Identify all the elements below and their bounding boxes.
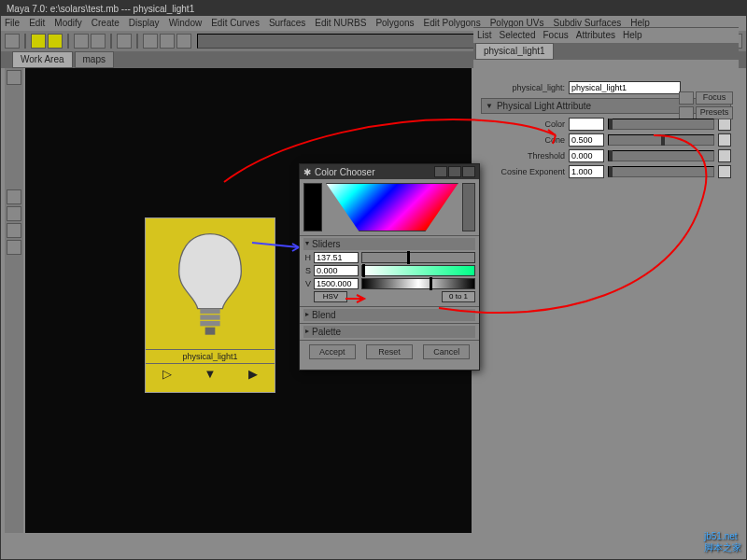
tool-c-icon[interactable] [7,223,21,238]
attr-slider[interactable] [608,134,714,146]
slider-value-field[interactable] [314,265,359,276]
unlink-icon[interactable] [91,34,106,49]
attr-side-buttons: Focus Presets [679,91,733,119]
slider-bar[interactable] [361,278,475,289]
menu-edit[interactable]: Edit [29,18,45,29]
link-icon[interactable] [74,34,89,49]
collapse-arrow-icon: ▾ [305,239,309,249]
slider-row-h: H [303,252,475,263]
menu-display[interactable]: Display [129,18,160,29]
focus-button[interactable]: Focus [696,91,733,105]
color-range-select[interactable]: 0 to 1 [442,291,475,302]
color-swatch[interactable] [569,118,604,131]
stop-icon[interactable]: ▼ [204,367,217,381]
attr-tabs: physical_light1 [473,43,739,60]
connection-icon[interactable] [718,165,731,178]
attr-tab[interactable]: physical_light1 [475,43,554,60]
color-chooser-dialog[interactable]: ✱ Color Chooser ▾Sliders HSV HSV 0 to 1 … [299,163,480,371]
attr-label: Cosine Exponent [481,167,565,176]
sliders-header[interactable]: ▾Sliders [303,238,475,250]
tool-select-icon[interactable] [5,34,20,49]
left-toolbar [5,68,23,533]
blend-label: Blend [312,310,336,320]
menu-create[interactable]: Create [92,18,120,29]
attr-rows: ColorConeThresholdCosine Exponent [481,118,731,178]
attr-menu-list[interactable]: List [477,30,492,41]
watermark-line1: jb51.net [704,531,741,541]
tool-a-icon[interactable] [7,189,21,204]
input-icon[interactable] [143,34,158,49]
output-icon[interactable] [160,34,175,49]
spectrum-scrollbar[interactable] [462,183,475,231]
connection-icon[interactable] [718,149,731,162]
current-color-swatch[interactable] [303,183,322,231]
tab-maps[interactable]: maps [75,51,114,68]
tool-d-icon[interactable] [7,240,21,255]
menu-edit-polygons[interactable]: Edit Polygons [424,18,481,29]
node-name-field[interactable] [569,81,681,94]
move-tool-icon[interactable] [7,70,21,85]
color-spectrum[interactable] [326,183,458,231]
presets-button[interactable]: Presets [696,106,733,119]
cancel-button[interactable]: Cancel [423,344,470,359]
slider-value-field[interactable] [314,278,359,289]
tool-b-icon[interactable] [7,206,21,221]
menu-surfaces[interactable]: Surfaces [269,18,305,29]
attr-value-field[interactable] [569,165,604,178]
menu-window[interactable]: Window [169,18,203,29]
goto-output-icon[interactable] [679,106,694,119]
menu-polygons[interactable]: Polygons [375,18,414,29]
attr-slider[interactable] [608,166,714,177]
play-forward-icon[interactable]: ▶ [248,367,258,381]
connect-icon[interactable] [176,34,191,49]
connection-icon[interactable] [718,118,731,131]
slider-bar[interactable] [361,252,475,263]
blend-section[interactable]: ▸Blend [300,306,479,323]
section-title: Physical Light Attribute [497,101,591,111]
attr-menu-focus[interactable]: Focus [543,30,568,41]
tab-work-area[interactable]: Work Area [12,51,73,68]
slider-value-field[interactable] [314,252,359,263]
reset-button[interactable]: Reset [366,344,413,359]
slider-label: S [303,266,311,275]
container-icon[interactable] [117,34,132,49]
attribute-editor: ListSelectedFocusAttributesHelp physical… [473,27,739,533]
attr-slider[interactable] [608,119,714,130]
attr-menubar: ListSelectedFocusAttributesHelp [473,28,739,43]
connection-icon[interactable] [718,133,731,147]
main-titlebar[interactable]: Maya 7.0: e:\solars\test.mb --- physical… [1,1,746,16]
collapse-arrow-icon: ▸ [305,327,309,337]
svg-rect-0 [200,309,219,314]
light-node-controls: ▷ ▼ ▶ [146,363,275,384]
app-title: Maya 7.0: e:\solars\test.mb --- physical… [7,4,194,14]
close-icon[interactable] [462,166,475,177]
menu-edit-curves[interactable]: Edit Curves [211,18,260,29]
menu-modify[interactable]: Modify [54,18,81,29]
attr-row-color: Color [481,118,731,131]
arrow-left-icon[interactable] [31,34,46,49]
goto-input-icon[interactable] [679,91,694,105]
watermark-line2: 脚本之家 [704,541,741,554]
palette-section[interactable]: ▸Palette [300,323,479,340]
menu-file[interactable]: File [5,18,20,29]
slider-bar[interactable] [361,265,475,276]
attr-menu-help[interactable]: Help [623,30,642,41]
attr-value-field[interactable] [569,149,604,162]
light-node-card[interactable]: physical_light1 ▷ ▼ ▶ [145,217,275,393]
play-back-icon[interactable]: ▷ [162,367,172,381]
menu-edit-nurbs[interactable]: Edit NURBS [315,18,366,29]
attr-slider[interactable] [608,150,714,161]
accept-button[interactable]: Accept [309,344,356,359]
color-chooser-titlebar[interactable]: ✱ Color Chooser [300,164,479,179]
attr-menu-attributes[interactable]: Attributes [576,30,615,41]
attr-menu-selected[interactable]: Selected [500,30,536,41]
slider-label: H [303,253,311,262]
maximize-icon[interactable] [448,166,461,177]
color-mode-select[interactable]: HSV [314,291,347,302]
sliders-label: Sliders [312,239,341,249]
arrow-right-icon[interactable] [48,34,63,49]
attr-body: physical_light: Focus Presets ▼ Physical… [473,60,739,189]
collapse-arrow-icon: ▼ [486,102,493,110]
minimize-icon[interactable] [434,166,447,177]
attr-value-field[interactable] [569,133,604,147]
